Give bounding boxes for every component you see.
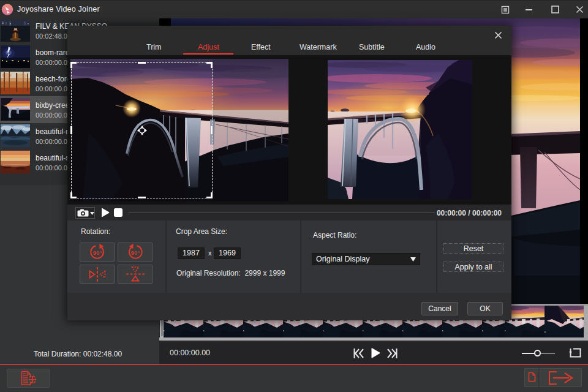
svg-text:90°: 90° bbox=[93, 249, 102, 256]
svg-text:90°: 90° bbox=[131, 249, 140, 256]
